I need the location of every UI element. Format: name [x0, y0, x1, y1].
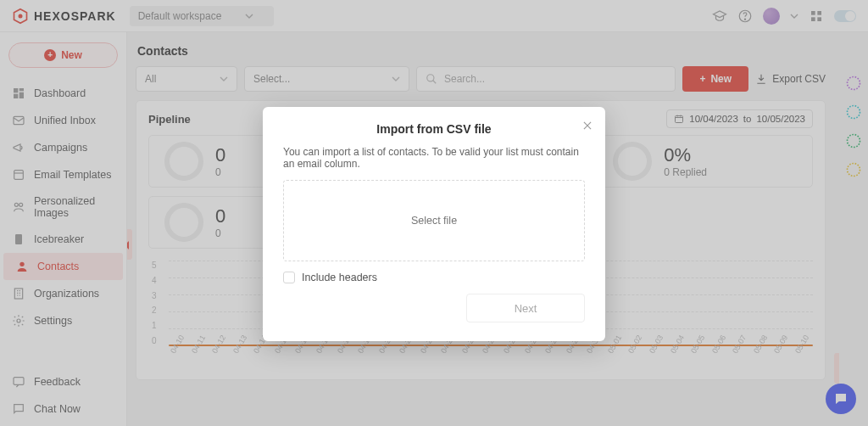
include-headers-label: Include headers: [302, 272, 377, 283]
modal-title: Import from CSV file: [283, 122, 585, 136]
file-dropzone[interactable]: Select file: [283, 180, 585, 261]
include-headers-row[interactable]: Include headers: [283, 272, 585, 283]
next-button[interactable]: Next: [466, 294, 585, 322]
close-icon: [581, 120, 593, 132]
dropzone-label: Select file: [411, 215, 457, 227]
next-button-label: Next: [515, 302, 537, 315]
modal-overlay[interactable]: Import from CSV file You can import a li…: [0, 0, 868, 426]
close-button[interactable]: [581, 119, 593, 134]
modal-description: You can import a list of contacts. To be…: [283, 146, 585, 170]
checkbox-icon[interactable]: [283, 272, 295, 283]
import-csv-modal: Import from CSV file You can import a li…: [263, 107, 605, 341]
